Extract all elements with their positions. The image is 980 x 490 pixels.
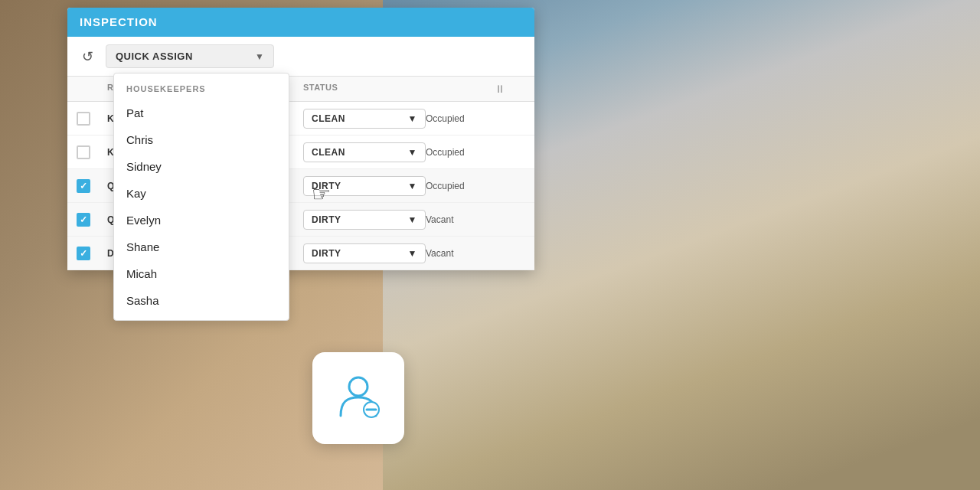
- row2-status-label: CLEAN: [312, 147, 345, 158]
- pause-icon: ⏸: [495, 83, 525, 95]
- svg-point-0: [349, 377, 368, 396]
- row4-status-label: DIRTY: [312, 214, 341, 225]
- col-occupancy: [426, 83, 495, 95]
- row5-checkbox[interactable]: [77, 247, 90, 260]
- row1-occupancy: Occupied: [426, 113, 495, 124]
- avatar-card: [312, 352, 404, 444]
- panel-header: INSPECTION: [67, 8, 534, 37]
- row3-status-select[interactable]: DIRTY ▼: [303, 176, 426, 196]
- row1-status-select[interactable]: CLEAN ▼: [303, 109, 426, 129]
- housekeeper-item-shane[interactable]: Shane: [114, 234, 289, 260]
- row5-occupancy: Vacant: [426, 248, 495, 259]
- housekeeper-item-evelyn[interactable]: Evelyn: [114, 207, 289, 234]
- row2-checkbox[interactable]: [77, 145, 90, 159]
- quick-assign-label: QUICK ASSIGN: [116, 51, 193, 62]
- row5-chevron-icon: ▼: [408, 248, 417, 259]
- housekeeper-item-kay[interactable]: Kay ☞: [114, 180, 289, 207]
- housekeeper-name-micah: Micah: [126, 267, 157, 280]
- housekeepers-dropdown: HOUSEKEEPERS Pat Chris Sidney Kay ☞ Evel…: [113, 73, 289, 321]
- row3-chevron-icon: ▼: [408, 181, 417, 191]
- row3-occupancy: Occupied: [426, 181, 495, 191]
- row4-occupancy: Vacant: [426, 214, 495, 225]
- housekeeper-name-pat: Pat: [126, 106, 144, 119]
- avatar-icon: [332, 370, 385, 426]
- row1-checkbox[interactable]: [77, 112, 90, 126]
- housekeeper-item-micah[interactable]: Micah: [114, 260, 289, 287]
- housekeeper-item-pat[interactable]: Pat: [114, 100, 289, 126]
- col-status: STATUS: [303, 83, 426, 95]
- housekeeper-name-chris: Chris: [126, 133, 153, 146]
- row4-status-select[interactable]: DIRTY ▼: [303, 210, 426, 230]
- row4-checkbox[interactable]: [77, 213, 90, 227]
- chevron-down-icon: ▼: [255, 51, 264, 62]
- row1-chevron-icon: ▼: [408, 113, 417, 124]
- housekeeper-item-sidney[interactable]: Sidney: [114, 153, 289, 180]
- housekeeper-name-kay: Kay: [126, 187, 146, 200]
- quick-assign-dropdown[interactable]: QUICK ASSIGN ▼: [106, 44, 274, 68]
- housekeeper-item-sasha[interactable]: Sasha: [114, 287, 289, 314]
- row5-status-label: DIRTY: [312, 248, 341, 259]
- row2-status-select[interactable]: CLEAN ▼: [303, 142, 426, 162]
- housekeeper-name-shane: Shane: [126, 240, 159, 253]
- row5-status-select[interactable]: DIRTY ▼: [303, 243, 426, 263]
- row2-occupancy: Occupied: [426, 147, 495, 158]
- housekeeper-name-sasha: Sasha: [126, 294, 159, 307]
- housekeeper-name-evelyn: Evelyn: [126, 214, 161, 227]
- toolbar: ↺ QUICK ASSIGN ▼: [67, 37, 534, 77]
- row3-checkbox[interactable]: [77, 179, 90, 193]
- housekeeper-name-sidney: Sidney: [126, 160, 162, 173]
- panel-title: INSPECTION: [80, 15, 158, 28]
- row4-chevron-icon: ▼: [408, 214, 417, 225]
- housekeeper-item-chris[interactable]: Chris: [114, 126, 289, 153]
- housekeepers-header: HOUSEKEEPERS: [114, 74, 289, 100]
- col-checkbox: [77, 83, 107, 95]
- rotate-icon[interactable]: ↺: [77, 46, 98, 67]
- row1-status-label: CLEAN: [312, 113, 345, 124]
- row3-status-label: DIRTY: [312, 181, 341, 191]
- row2-chevron-icon: ▼: [408, 147, 417, 158]
